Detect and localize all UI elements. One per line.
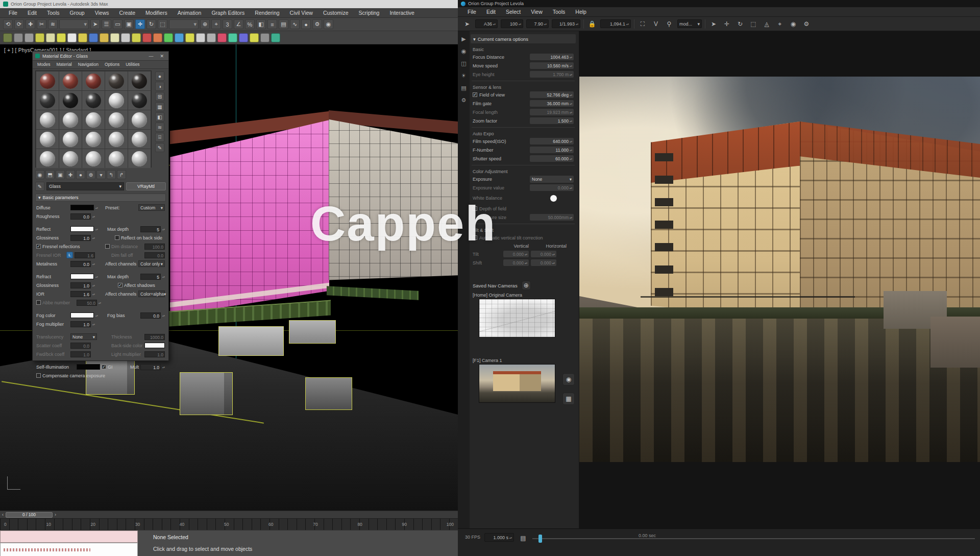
redo-icon[interactable]: ⟳ — [14, 19, 24, 29]
vantage-render-area[interactable] — [579, 31, 980, 528]
material-slot[interactable] — [128, 110, 151, 129]
material-editor-tool-icon[interactable]: ▦ — [155, 102, 164, 111]
light-multiplier-field[interactable]: 1.0 — [144, 351, 165, 357]
material-editor-menu-item[interactable]: Options — [102, 61, 122, 68]
custom-toolbar-icon[interactable] — [260, 33, 270, 42]
selection-filter-dropdown[interactable]: ▾ — [59, 19, 89, 29]
toolbar-field-5[interactable]: 1,094.1▴▾ — [600, 19, 631, 28]
select-by-name-icon[interactable]: ☰ — [102, 19, 111, 29]
custom-toolbar-icon[interactable] — [228, 33, 237, 42]
fog-multiplier-field[interactable]: 1.0 — [70, 321, 91, 327]
material-editor-tool-icon[interactable]: ✎ — [155, 143, 164, 152]
max-menu-item[interactable]: Modifiers — [141, 9, 172, 17]
custom-toolbar-icon[interactable] — [153, 33, 162, 42]
refract-glossiness-field[interactable]: 1.0 — [70, 282, 91, 288]
close-button[interactable]: ✕ — [158, 54, 166, 59]
material-slot[interactable] — [82, 149, 105, 168]
scale-icon[interactable]: ⬚ — [158, 19, 167, 29]
material-slot[interactable] — [128, 71, 151, 90]
material-slot[interactable] — [59, 130, 82, 149]
scatter-field[interactable]: 0.0 — [70, 343, 91, 349]
snap-angle-icon[interactable]: ∠ — [234, 19, 243, 29]
max-menu-item[interactable]: Views — [90, 9, 114, 17]
toolbar-field-4[interactable]: 1/1.993▴▾ — [552, 19, 580, 28]
custom-toolbar-icon[interactable] — [196, 33, 205, 42]
vantage-side-tab[interactable]: ▶ — [459, 34, 469, 43]
curve-editor-icon[interactable]: ∿ — [290, 19, 300, 29]
vee-icon[interactable]: V — [651, 19, 661, 29]
camera-item-label[interactable]: [Home] Original Camera — [470, 291, 577, 299]
fresnel-ior-lock-icon[interactable]: L — [66, 252, 73, 258]
material-slot[interactable] — [36, 71, 59, 90]
vantage-menu-item[interactable]: Edit — [482, 8, 500, 16]
custom-toolbar-icon[interactable] — [132, 33, 141, 42]
reflect-back-checkbox[interactable] — [115, 235, 119, 240]
affect-shadows-checkbox[interactable]: ✓ — [118, 283, 122, 287]
material-slot[interactable] — [105, 110, 128, 129]
material-slot[interactable] — [105, 71, 128, 90]
custom-toolbar-icon[interactable] — [271, 33, 280, 42]
camera-thumbnail-original[interactable] — [479, 299, 555, 337]
material-slot[interactable] — [59, 71, 82, 90]
time-slider-left-arrow[interactable]: ‹ — [2, 512, 4, 517]
custom-toolbar-icon[interactable] — [3, 33, 12, 42]
material-editor-tool-icon[interactable]: ▾ — [96, 170, 106, 179]
time-slider[interactable]: ‹ 0 / 100 › — [0, 511, 458, 518]
window-crossing-icon[interactable]: ▣ — [124, 19, 134, 29]
material-slot[interactable] — [36, 110, 59, 129]
time-slider-handle[interactable]: 0 / 100 — [6, 512, 53, 518]
material-slot[interactable] — [105, 130, 128, 149]
toolbar-field-1[interactable]: A36▴▾ — [475, 19, 498, 28]
snap-3d-icon[interactable]: 3 — [223, 19, 232, 29]
macro-recorder-field[interactable] — [0, 530, 138, 543]
material-slot[interactable] — [82, 110, 105, 129]
material-slot[interactable] — [36, 149, 59, 168]
timeline-options-icon[interactable]: ▤ — [518, 533, 528, 543]
render-icon[interactable]: ◉ — [324, 19, 333, 29]
maxscript-mini-listener[interactable] — [0, 543, 138, 556]
fwdbck-field[interactable]: 1.0 — [70, 351, 91, 357]
material-editor-tool-icon[interactable]: ⊞ — [155, 92, 164, 101]
diffuse-color-swatch[interactable] — [70, 205, 94, 210]
material-slot[interactable] — [128, 91, 151, 110]
vantage-side-tab[interactable]: ◫ — [459, 59, 469, 68]
material-slot[interactable] — [36, 130, 59, 149]
material-editor-tool-icon[interactable]: ⊕ — [86, 170, 95, 179]
animation-timeline[interactable]: 0.00 sec — [532, 534, 975, 543]
custom-toolbar-icon[interactable] — [239, 33, 248, 42]
custom-toolbar-icon[interactable] — [217, 33, 227, 42]
select-tool-icon[interactable]: ➤ — [708, 19, 719, 29]
fov-field[interactable]: 52.766 deg▴▾ — [530, 91, 574, 98]
material-editor-tool-icon[interactable]: ◧ — [155, 112, 164, 122]
timeline-track[interactable] — [532, 538, 975, 539]
custom-toolbar-icon[interactable] — [207, 33, 216, 42]
custom-toolbar-icon[interactable] — [164, 33, 173, 42]
fresnel-ior-field[interactable]: 1.6 — [75, 252, 95, 258]
material-editor-menu-item[interactable]: Navigation — [76, 61, 101, 68]
material-type-button[interactable]: VRayMtl — [126, 182, 166, 190]
material-editor-menu-item[interactable]: Utilities — [123, 61, 142, 68]
toolbar-field-3[interactable]: 7.90▴▾ — [526, 19, 549, 28]
exposure-dropdown[interactable]: None▾ — [530, 176, 574, 183]
custom-toolbar-icon[interactable] — [175, 33, 184, 42]
shift-horizontal-field[interactable]: 0.000▴▾ — [531, 259, 556, 266]
vantage-side-tab[interactable]: ☀ — [459, 71, 469, 80]
material-editor-tool-icon[interactable]: ▣ — [56, 170, 65, 179]
abbe-field[interactable]: 50.0 — [77, 300, 97, 306]
refract-max-depth-field[interactable]: 5 — [140, 274, 161, 280]
custom-toolbar-icon[interactable] — [142, 33, 152, 42]
delete-camera-icon[interactable]: ▦ — [562, 393, 575, 405]
vantage-menu-item[interactable]: Tools — [548, 8, 570, 16]
shift-vertical-field[interactable]: 0.000▴▾ — [503, 259, 529, 266]
bind-spacewarp-icon[interactable]: ≋ — [48, 19, 58, 29]
material-slot[interactable] — [105, 149, 128, 168]
vantage-menu-item[interactable]: View — [526, 8, 547, 16]
dim-distance-field[interactable]: 100.0 — [144, 244, 165, 250]
fog-bias-field[interactable]: 0.0 — [140, 312, 161, 319]
white-balance-swatch[interactable] — [550, 195, 557, 202]
zoom-tool-icon[interactable]: ◉ — [788, 19, 798, 29]
custom-toolbar-icon[interactable] — [67, 33, 77, 42]
max-menu-item[interactable]: Animation — [173, 9, 206, 17]
custom-toolbar-icon[interactable] — [185, 33, 194, 42]
track-bar[interactable]: 0102030405060708090100 — [0, 518, 458, 530]
